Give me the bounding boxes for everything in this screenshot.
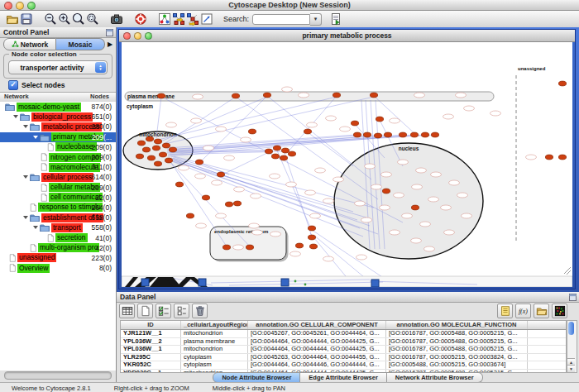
table-row[interactable]: YJR121W__1mitochondrion[GO:0045267, GO:0… [121,330,566,338]
network-node[interactable] [165,158,172,163]
network-node[interactable] [558,81,566,86]
network-node[interactable] [410,132,418,137]
network-node[interactable] [169,147,176,152]
table-cell[interactable]: [GO:0016787, GO:0005488, GO:0005215, G..… [386,338,528,346]
network-node[interactable] [309,244,317,249]
tree-row[interactable]: cell communicat22(0) [0,193,116,203]
table-cell[interactable]: mitochondrion [181,346,248,353]
network-node[interactable] [154,161,161,166]
select-nodes-checkbox[interactable]: ✓ [8,80,18,90]
tree-row[interactable]: nitrogen compo209(0) [0,152,116,162]
attribute-table[interactable]: ID_cellularLayoutRegionannotation.GO CEL… [120,320,567,373]
tree-row[interactable]: nucleobase-209(0) [0,142,116,152]
tree-row[interactable]: cellular metabo209(0) [0,183,116,193]
network-node[interactable] [382,189,390,194]
table-cell[interactable]: YLR295C [121,354,181,361]
layout-a-icon[interactable] [171,12,185,26]
float-panel-icon[interactable] [106,29,113,36]
network-node[interactable] [271,154,279,159]
network-node[interactable] [353,132,361,137]
network-node[interactable] [195,160,203,165]
network-node[interactable] [147,155,155,160]
zoom-in-icon[interactable] [57,12,71,26]
window-titlebar[interactable]: Cytoscape Desktop (New Session) [0,0,579,11]
annotation-icon[interactable] [199,12,213,26]
table-row[interactable]: YPL036W__2plasma membrane[GO:0044464, GO… [121,338,566,347]
network-node[interactable] [304,129,311,134]
table-cell[interactable]: [GO:0045267, GO:0045261, GO:0044464, G..… [248,330,386,337]
network-node[interactable] [175,182,183,187]
network-node[interactable] [308,235,315,240]
tree-row[interactable]: Overview8(0) [0,263,116,273]
network-node[interactable] [265,149,272,154]
network-node[interactable] [545,155,553,160]
network-node[interactable] [142,147,150,152]
open-folder-icon[interactable] [5,12,19,26]
table-row[interactable]: YKR052Ccytoplasm[GO:0044464, GO:0044446,… [121,361,566,370]
tab-overflow-arrow[interactable]: ▶ [108,41,112,48]
save-icon[interactable] [19,12,33,26]
table-cell[interactable]: plasma membrane [181,338,248,346]
network-node[interactable] [136,154,143,159]
table-cell[interactable]: [GO:0045263, GO:0044464, GO:0044455, G..… [248,354,386,361]
search-dropdown-button[interactable]: ▾ [310,13,322,26]
network-node[interactable] [431,132,438,137]
tree-row[interactable]: unassigned223(0) [0,253,116,263]
table-header-cell[interactable]: annotation.GO MOLECULAR_FUNCTION [386,321,528,329]
table-cell[interactable]: YKR052C [121,361,181,369]
vizmapper-icon[interactable] [157,12,171,26]
network-canvas[interactable]: plasma membranecytoplasmmitochondrionnuc… [122,42,572,287]
matrix-icon[interactable] [552,304,567,318]
network-window-titlebar[interactable]: primary metabolic process [119,30,575,42]
expand-triangle-icon[interactable] [23,216,28,219]
tree-col-network[interactable]: Network [4,93,29,101]
search-input[interactable] [252,14,310,25]
zoom-selected-icon[interactable] [85,12,99,26]
table-header-cell[interactable]: _cellularLayoutRegion [181,321,248,329]
tree-row[interactable]: cellular process614(0) [0,172,116,182]
network-node[interactable] [137,141,145,146]
network-node[interactable] [421,132,428,137]
scrollbar-thumb[interactable] [568,322,574,335]
network-node[interactable] [280,155,287,160]
network-node[interactable] [202,195,209,200]
tree-row[interactable]: establishment of lo558(0) [0,213,116,222]
table-cell[interactable]: cytoplasm [181,361,248,369]
table-cell[interactable]: [GO:0044464, GO:0044444, GO:0044425, G..… [248,338,386,346]
network-node[interactable] [363,132,371,137]
snapshot-icon[interactable] [109,12,123,26]
select-attributes-icon[interactable] [156,304,171,318]
network-node[interactable] [225,202,232,207]
network-node[interactable] [217,172,224,177]
tree-row[interactable]: primary metabo209(... [0,132,116,142]
network-node[interactable] [333,93,340,98]
table-cell[interactable]: YJR121W__1 [121,330,181,337]
network-node[interactable] [399,132,406,137]
delete-attribute-icon[interactable] [192,304,208,318]
network-node[interactable] [159,152,166,157]
tree-row[interactable]: multi-organism pro42(0) [0,243,116,253]
network-node[interactable] [351,121,358,126]
import-attributes-icon[interactable] [534,304,549,318]
tree-row[interactable]: biological_process651(0) [0,112,116,122]
expand-triangle-icon[interactable] [23,125,28,128]
network-node[interactable] [146,136,153,141]
network-window[interactable]: primary metabolic process plasma membran… [118,29,576,289]
function-icon[interactable]: f(x) [515,304,531,318]
table-cell[interactable]: cytoplasm [181,354,248,361]
network-node[interactable] [558,155,566,160]
layout-b-icon[interactable] [185,12,199,26]
table-cell[interactable]: [GO:0016787, GO:0005488, GO:0005215, G..… [386,330,528,337]
help-ring-icon[interactable] [133,12,147,26]
network-node[interactable] [246,245,253,250]
table-row[interactable]: YPL036W__1mitochondrion[GO:0044464, GO:0… [121,346,566,354]
tree-row[interactable]: transport558(0) [0,222,116,232]
scroll-down-icon[interactable]: ▼ [567,365,575,372]
canvas-resize-grip-icon[interactable] [564,267,571,275]
zoom-out-icon[interactable] [43,12,57,26]
network-node[interactable] [374,133,381,138]
table-cell[interactable]: [GO:0016787, GO:0005215, GO:0003824, G..… [386,354,528,361]
region-plasma-membrane[interactable]: plasma membrane [125,92,494,101]
network-node[interactable] [248,129,256,134]
zoom-fit-icon[interactable] [71,12,85,26]
